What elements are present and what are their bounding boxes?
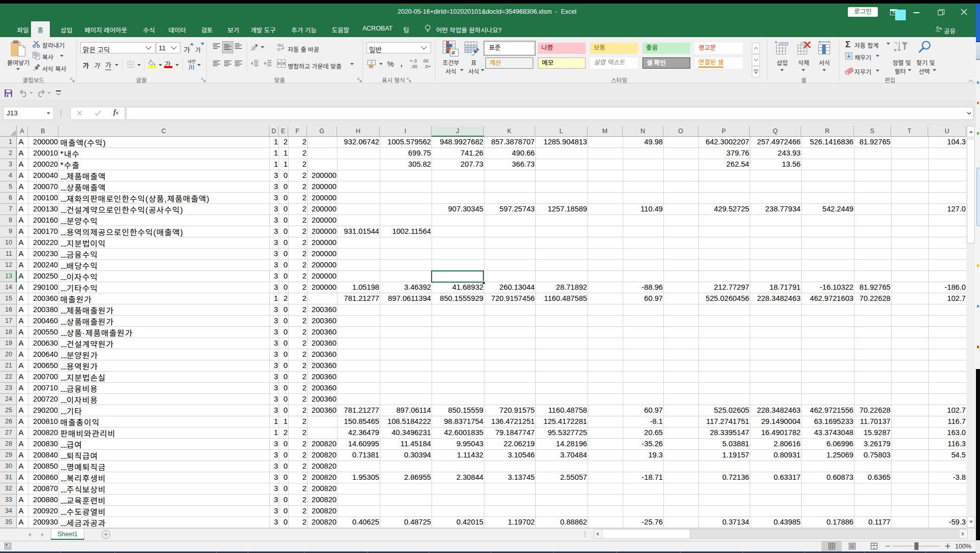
svg-text:.0: .0	[424, 64, 428, 69]
svg-text:.00: .00	[411, 64, 417, 69]
svg-text:.00: .00	[422, 58, 428, 64]
svg-text:.0: .0	[413, 58, 417, 64]
svg-text:ㅎ: ㅎ	[893, 47, 897, 53]
svg-text:ㄱ: ㄱ	[893, 41, 897, 47]
svg-text:다: 다	[277, 47, 281, 51]
svg-text:≠: ≠	[451, 49, 455, 56]
